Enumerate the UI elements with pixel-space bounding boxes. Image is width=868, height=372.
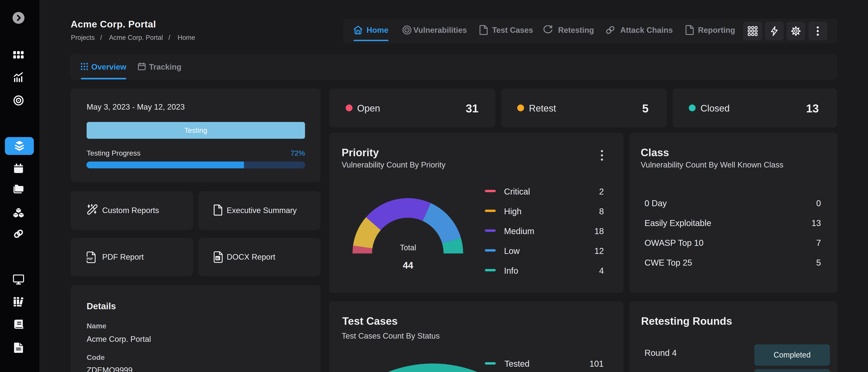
svg-text:w: w: [216, 256, 219, 260]
svg-text:PDF: PDF: [87, 257, 93, 260]
